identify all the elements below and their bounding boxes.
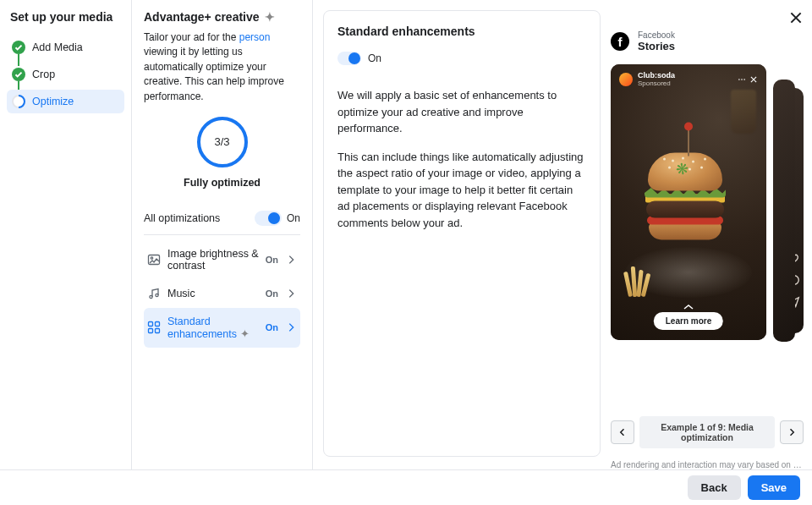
detail-title: Standard enhancements: [337, 25, 475, 38]
svg-point-6: [151, 257, 152, 259]
all-opts-toggle[interactable]: [255, 211, 282, 226]
next-example-button[interactable]: [780, 420, 804, 444]
chevron-right-icon: [285, 254, 297, 266]
svg-point-15: [741, 79, 743, 80]
svg-rect-12: [156, 329, 160, 333]
preview-card-back: [773, 80, 795, 342]
chevron-right-icon: [787, 427, 797, 437]
story-avatar: [619, 73, 633, 86]
step-label: Add Media: [32, 41, 83, 53]
preview-card-front: ❋ Club:soda Sponsored Learn more: [611, 64, 766, 340]
placement-name: Stories: [638, 40, 675, 52]
detail-paragraph: This can include things like automatical…: [337, 149, 586, 232]
preview-disclaimer: Ad rendering and interaction may vary ba…: [611, 460, 804, 469]
preview-placement: f Facebook Stories: [611, 30, 804, 52]
all-opts-label: All optimizations: [144, 212, 220, 224]
example-counter: Example 1 of 9: Media optimization: [639, 416, 775, 448]
all-opts-state: On: [287, 212, 300, 224]
all-optimizations-row: All optimizations On: [144, 202, 300, 235]
story-image: ❋: [611, 64, 766, 340]
close-icon: [749, 75, 758, 84]
sparkle-icon: ✦: [240, 328, 250, 340]
image-icon: [147, 253, 161, 266]
svg-point-16: [743, 79, 745, 80]
opt-status: On: [266, 322, 278, 332]
grid-icon: [147, 321, 161, 334]
svg-rect-10: [156, 322, 160, 327]
detail-card: Standard enhancements On We will apply a…: [323, 10, 601, 457]
svg-rect-9: [149, 322, 153, 327]
back-button[interactable]: Back: [688, 475, 741, 500]
story-top-icons: [738, 75, 758, 84]
cta-button[interactable]: Learn more: [654, 312, 723, 330]
detail-paragraph: We will apply a basic set of enhancement…: [337, 87, 586, 137]
sparkle-icon: ✦: [265, 10, 275, 24]
progress-ring-icon: [12, 95, 25, 108]
opt-status: On: [266, 288, 278, 299]
creative-description: Tailor your ad for the person viewing it…: [144, 30, 300, 104]
close-icon[interactable]: [788, 10, 804, 25]
detail-body: We will apply a basic set of enhancement…: [337, 87, 586, 231]
chevron-left-icon: [617, 427, 628, 437]
chevron-right-icon: [285, 321, 297, 333]
svg-point-7: [150, 295, 152, 298]
progress-fraction: 3/3: [196, 116, 249, 168]
opt-item-brightness[interactable]: Image brightness & contrast On: [144, 240, 300, 279]
sidebar-title: Set up your media: [7, 10, 124, 24]
music-icon: [147, 287, 161, 300]
opt-item-standard[interactable]: Standard enhancements ✦ On: [144, 308, 300, 348]
opt-label: Standard enhancements ✦: [167, 316, 259, 340]
step-add-media[interactable]: Add Media: [7, 36, 124, 59]
creative-title-text: Advantage+ creative: [144, 10, 260, 24]
opt-status: On: [266, 255, 278, 265]
detail-toggle[interactable]: [337, 52, 361, 65]
chevron-up-icon: [683, 303, 694, 311]
ad-preview: ❋ Club:soda Sponsored Learn more: [611, 64, 804, 404]
opt-item-music[interactable]: Music On: [144, 279, 300, 308]
story-brand: Club:soda: [638, 71, 732, 80]
opt-label: Music: [167, 288, 259, 299]
more-icon: [738, 75, 746, 84]
optimization-progress-ring: 3/3: [196, 116, 249, 168]
story-sponsored: Sponsored: [638, 80, 732, 87]
chevron-right-icon: [285, 288, 297, 299]
opt-label: Image brightness & contrast: [167, 248, 259, 272]
step-label: Optimize: [32, 96, 74, 107]
creative-title: Advantage+ creative ✦: [144, 10, 300, 24]
step-crop[interactable]: Crop: [7, 63, 124, 86]
platform-name: Facebook: [638, 30, 675, 40]
svg-point-8: [156, 294, 158, 296]
facebook-icon: f: [611, 32, 629, 51]
progress-label: Fully optimized: [184, 177, 261, 189]
detail-toggle-label: On: [368, 52, 381, 64]
person-link[interactable]: person: [239, 31, 271, 43]
check-circle-icon: [12, 68, 25, 81]
svg-rect-11: [149, 329, 153, 333]
svg-point-14: [738, 79, 740, 80]
step-optimize[interactable]: Optimize: [7, 90, 124, 113]
save-button[interactable]: Save: [748, 475, 800, 500]
step-label: Crop: [32, 69, 55, 80]
check-circle-icon: [12, 41, 25, 54]
prev-example-button[interactable]: [611, 420, 634, 444]
